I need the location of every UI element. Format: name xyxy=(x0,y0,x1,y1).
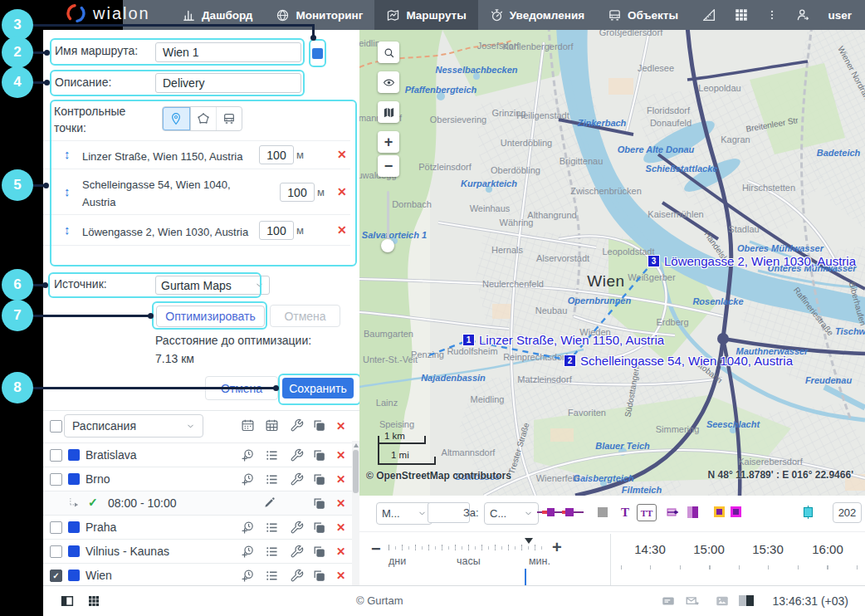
wrench-icon[interactable] xyxy=(290,521,304,535)
interval-select[interactable]: С... xyxy=(484,502,539,525)
row-checkbox[interactable] xyxy=(50,521,62,534)
save-button[interactable]: Сохранить xyxy=(282,378,354,398)
tab-units[interactable]: Объекты xyxy=(596,0,690,30)
zoom-out-button[interactable]: − xyxy=(378,155,399,177)
zoom-slider-handle[interactable] xyxy=(381,239,394,252)
route-row[interactable]: Brno ✕ xyxy=(43,467,352,491)
cancel-optimize-button[interactable]: Отмена xyxy=(270,305,340,327)
delete-checkpoint-icon[interactable]: ✕ xyxy=(337,148,347,161)
row-checkbox[interactable] xyxy=(50,449,62,462)
description-input[interactable]: Delivery xyxy=(155,73,301,93)
copy-icon[interactable] xyxy=(312,418,326,433)
zoom-ruler-handle[interactable] xyxy=(525,538,533,544)
wrench-icon[interactable] xyxy=(290,448,304,462)
mail-icon[interactable] xyxy=(685,594,700,609)
add-time-icon[interactable] xyxy=(241,521,255,535)
drag-handle-icon[interactable]: ↕ xyxy=(64,222,71,237)
route-point-marker[interactable]: 3 xyxy=(648,256,659,266)
map-layers-button[interactable] xyxy=(378,101,399,123)
copy-icon[interactable] xyxy=(312,472,326,486)
tab-notifications[interactable]: Уведомления xyxy=(478,0,596,30)
zoom-in-button[interactable]: + xyxy=(378,131,399,153)
route-point-marker[interactable]: 2 xyxy=(564,355,575,366)
delete-icon[interactable]: ✕ xyxy=(336,545,345,558)
panel-toggle-icon[interactable] xyxy=(60,594,75,609)
add-time-icon[interactable] xyxy=(241,472,255,486)
username[interactable]: user xyxy=(828,9,852,22)
annotation-t-icon[interactable]: Т xyxy=(621,506,629,520)
annotation-tt-icon-selected[interactable]: ТТ xyxy=(637,504,657,521)
list-icon[interactable] xyxy=(265,545,279,559)
add-time-icon[interactable] xyxy=(241,448,255,462)
copy-icon[interactable] xyxy=(312,496,326,511)
checkpoint-radius-input[interactable]: 100 xyxy=(259,221,294,240)
timeline-cursor[interactable] xyxy=(525,569,526,585)
wrench-icon[interactable] xyxy=(290,472,304,486)
copy-icon[interactable] xyxy=(312,448,326,462)
map-search-button[interactable] xyxy=(378,42,399,63)
route-row[interactable]: ✓ Wien ✕ xyxy=(43,563,352,585)
gray-square-icon[interactable] xyxy=(598,507,608,517)
route-name-input[interactable]: Wien 1 xyxy=(155,42,301,62)
route-row[interactable]: Vilnius - Kaunas ✕ xyxy=(43,539,352,564)
list-icon[interactable] xyxy=(265,448,279,462)
delete-icon[interactable]: ✕ xyxy=(336,569,345,582)
magenta-marker-icon[interactable] xyxy=(731,506,741,517)
drag-handle-icon[interactable]: ↕ xyxy=(64,147,71,161)
cyan-marker-icon[interactable] xyxy=(804,506,812,519)
wrench-icon[interactable] xyxy=(290,569,304,583)
delete-icon[interactable]: ✕ xyxy=(336,496,345,510)
delete-icon[interactable]: ✕ xyxy=(336,448,345,462)
checkpoint-radius-input[interactable]: 100 xyxy=(280,183,315,202)
route-row[interactable]: Praha ✕ xyxy=(43,515,352,540)
row-checkbox[interactable] xyxy=(50,473,62,486)
schedules-select-all-checkbox[interactable] xyxy=(50,420,62,433)
user-icon[interactable] xyxy=(795,7,810,22)
tool-location-pin[interactable] xyxy=(163,107,191,130)
apps-grid-icon[interactable] xyxy=(734,7,749,22)
messages-count[interactable]: 202 xyxy=(833,502,862,523)
tool-polygon[interactable] xyxy=(191,107,217,130)
wrench-icon[interactable] xyxy=(290,418,304,433)
pencil-icon[interactable] xyxy=(263,496,276,509)
add-time-icon[interactable] xyxy=(241,545,255,559)
timeline-zoom-in[interactable]: + xyxy=(552,538,562,557)
list-icon[interactable] xyxy=(265,521,279,535)
map-visibility-button[interactable] xyxy=(378,71,399,93)
delete-icon[interactable]: ✕ xyxy=(336,472,345,486)
yellow-marker-icon[interactable] xyxy=(714,506,725,517)
time-ruler-ticks[interactable] xyxy=(621,565,858,570)
apps-grid-icon[interactable] xyxy=(86,594,101,609)
messages-mode-select[interactable]: М... xyxy=(376,502,432,525)
drag-handle-icon[interactable]: ↕ xyxy=(64,184,71,198)
copy-icon[interactable] xyxy=(312,545,326,559)
calendar-days-icon[interactable] xyxy=(241,418,255,433)
copy-icon[interactable] xyxy=(312,521,326,535)
route-row[interactable]: Bratislava ✕ xyxy=(43,442,352,467)
timeline-zoom-out[interactable]: − xyxy=(371,540,381,559)
route-color-button[interactable] xyxy=(310,41,325,66)
reports-icon[interactable] xyxy=(739,595,754,606)
copy-icon[interactable] xyxy=(312,569,326,583)
schedules-dropdown[interactable]: Расписания xyxy=(64,414,203,438)
scrollbar-thumb[interactable] xyxy=(353,450,359,493)
delete-icon[interactable]: ✕ xyxy=(336,521,345,534)
marker-settings-icon[interactable] xyxy=(667,506,680,518)
list-icon[interactable] xyxy=(265,569,279,583)
tool-vehicle[interactable] xyxy=(217,107,242,130)
schedule-sub-row[interactable]: ✓ 08:00 - 10:00 ✕ xyxy=(43,491,352,516)
scroll-up-arrow[interactable] xyxy=(354,443,359,447)
source-select[interactable]: Gurtam Maps xyxy=(155,276,270,295)
drawing-tools-icon[interactable] xyxy=(701,7,716,22)
scrollbar-track[interactable] xyxy=(352,441,359,585)
messages-icon[interactable] xyxy=(661,594,676,609)
delete-checkpoint-icon[interactable]: ✕ xyxy=(337,223,347,237)
route-point-marker[interactable]: 1 xyxy=(463,335,474,345)
wialon-logo[interactable]: wialon xyxy=(65,2,150,24)
row-checkbox[interactable] xyxy=(50,545,62,558)
track-preview-icon[interactable] xyxy=(537,506,584,518)
calendar-grid-icon[interactable] xyxy=(265,418,279,433)
wrench-icon[interactable] xyxy=(290,545,304,559)
kebab-menu-icon[interactable] xyxy=(766,7,778,22)
optimize-button[interactable]: Оптимизировать xyxy=(156,306,265,327)
